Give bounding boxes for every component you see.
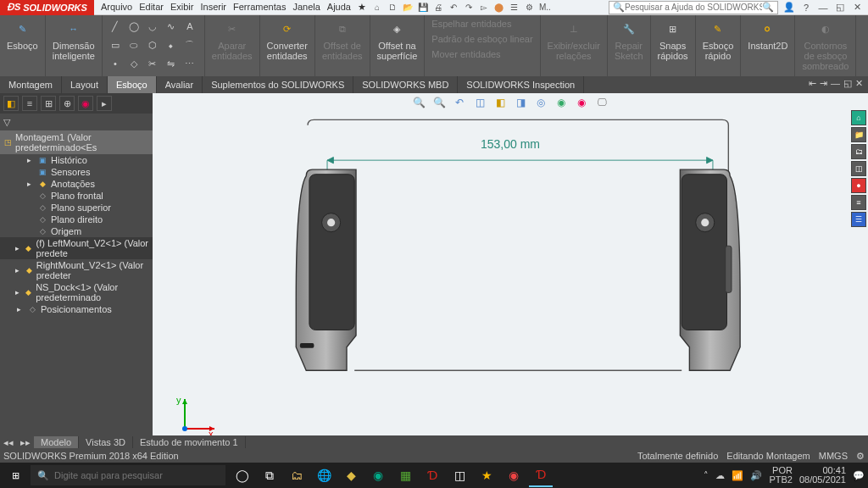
new-icon[interactable]: 🗋 [387, 2, 398, 14]
plane-icon[interactable]: ◇ [126, 56, 142, 71]
tab-motion[interactable]: Estudo de movimento 1 [133, 436, 246, 448]
tree-item[interactable]: ▣Sensores [0, 166, 153, 178]
tree-item[interactable]: ◇Plano superior [0, 202, 153, 214]
undo-icon[interactable]: ↶ [448, 2, 459, 14]
ellipse-icon[interactable]: ⬥ [164, 37, 179, 53]
tray-lang2[interactable]: PTB2 [769, 475, 793, 485]
arc-icon[interactable]: ◡ [145, 19, 160, 34]
menu-pin-icon[interactable]: ★ [358, 2, 366, 13]
tab-avaliar[interactable]: Avaliar [157, 76, 203, 93]
expand-icon[interactable]: ▸ [24, 179, 34, 189]
options-icon[interactable]: ☰ [509, 2, 520, 14]
expand-icon[interactable]: ▸ [14, 243, 21, 253]
circle-icon[interactable]: ◯ [126, 19, 142, 34]
fm-tab-tree-icon[interactable]: ◧ [3, 96, 19, 111]
repair-sketch-button[interactable]: 🔧Repair Sketch [608, 15, 651, 76]
fillet-icon[interactable]: ⌒ [182, 37, 198, 53]
app-icon-1[interactable]: ◆ [339, 463, 363, 487]
tree-item[interactable]: ◇Plano direito [0, 214, 153, 225]
smart-dimension-button[interactable]: ↔ Dimensão inteligente [46, 15, 103, 76]
mirror-icon[interactable]: ⇋ [164, 56, 179, 71]
expand-icon[interactable]: ▸ [14, 265, 21, 275]
menu-editar[interactable]: Editar [139, 2, 164, 13]
close-icon[interactable]: ✕ [851, 2, 863, 14]
tab-montagem[interactable]: Montagem [0, 76, 62, 93]
convert-button[interactable]: ⟳Converter entidades [260, 15, 315, 76]
tree-item[interactable]: ◇Plano frontal [0, 190, 153, 202]
offset-button[interactable]: ⧉Offset de entidades [315, 15, 370, 76]
solidworks-taskbar-icon[interactable]: Ɗ [420, 463, 444, 487]
tab-esboco[interactable]: Esboço [108, 76, 157, 93]
expand-icon[interactable]: ▸ [14, 287, 21, 297]
print-icon[interactable]: 🖨 [432, 2, 444, 14]
tray-wifi-icon[interactable]: 📶 [732, 470, 743, 481]
open-icon[interactable]: 📂 [402, 2, 414, 14]
tab-layout[interactable]: Layout [62, 76, 108, 93]
offset-surface-button[interactable]: ◈Offset na superfície [370, 15, 426, 76]
user-icon[interactable]: 👤 [783, 2, 795, 14]
mirror-entities-button[interactable]: Espelhar entidades [431, 19, 511, 29]
tabs-nav-left-icon[interactable]: ◂◂ [0, 437, 17, 448]
sketch-button[interactable]: ✎ Esboço [0, 15, 46, 76]
tray-notifications-icon[interactable]: 💬 [853, 470, 865, 481]
quick-snaps-button[interactable]: ⊞Snaps rápidos [651, 15, 696, 76]
tree-item[interactable]: ▸◆NS_Dock<1> (Valor predeterminado [0, 281, 153, 303]
scene-icon[interactable]: ◉ [574, 95, 589, 110]
zoom-area-icon[interactable]: 🔍 [431, 95, 447, 110]
restore-icon[interactable]: ◱ [834, 2, 846, 14]
filter-icon[interactable]: ▽ [3, 117, 10, 128]
status-units[interactable]: MMGS [819, 451, 848, 462]
rect-icon[interactable]: ▭ [108, 37, 123, 53]
solidworks-running-icon[interactable]: Ɗ [529, 463, 553, 487]
tab-mbd[interactable]: SOLIDWORKS MBD [353, 76, 458, 93]
expand-icon[interactable]: ▸ [24, 155, 34, 165]
more-icon[interactable]: M.. [539, 2, 551, 14]
start-button[interactable]: ⊞ [0, 463, 31, 488]
redo-icon[interactable]: ↷ [463, 2, 475, 14]
panel-close-icon[interactable]: ✕ [855, 78, 863, 92]
menu-ferramentas[interactable]: Ferramentas [233, 2, 286, 13]
app-icon-5[interactable]: ★ [475, 463, 498, 487]
search-input[interactable] [625, 3, 762, 12]
select-icon[interactable]: ▻ [478, 2, 490, 14]
polygon-icon[interactable]: ⬡ [145, 37, 160, 53]
misc-icon[interactable]: ⋯ [182, 56, 198, 71]
tabs-nav-right-icon[interactable]: ▸▸ [17, 437, 34, 448]
tab-modelo[interactable]: Modelo [34, 436, 79, 448]
prev-view-icon[interactable]: ↶ [452, 95, 467, 110]
feature-tree[interactable]: ◳ Montagem1 (Valor predeterminado<Es ▸▣H… [0, 130, 153, 452]
panel-max-icon[interactable]: ◱ [843, 78, 852, 92]
hide-show-icon[interactable]: ◎ [533, 95, 548, 110]
fm-tab-prop-icon[interactable]: ≡ [22, 96, 37, 111]
cortana-icon[interactable]: ◯ [231, 463, 254, 487]
tray-up-icon[interactable]: ˄ [704, 470, 709, 481]
panel-expand-icon[interactable]: ⇥ [820, 78, 827, 92]
shaded-contours-button[interactable]: ◐Contornos de esboço sombreado [795, 15, 856, 76]
chrome-icon[interactable]: 🌐 [312, 463, 336, 487]
fm-tab-more-icon[interactable]: ▸ [97, 96, 112, 111]
menu-arquivo[interactable]: Arquivo [101, 2, 132, 13]
orientation-triad[interactable]: x y [176, 395, 219, 439]
app-icon-6[interactable]: ◉ [502, 463, 526, 487]
menu-inserir[interactable]: Inserir [200, 2, 226, 13]
move-entities-button[interactable]: Mover entidades [431, 49, 500, 59]
text-icon[interactable]: A [182, 19, 198, 34]
save-icon[interactable]: 💾 [417, 2, 429, 14]
rapid-sketch-button[interactable]: ✎Esboço rápido [696, 15, 742, 76]
rebuild-icon[interactable]: ⬤ [493, 2, 505, 14]
trim-button[interactable]: ✂Aparar entidades [205, 15, 260, 76]
tree-item[interactable]: ▸▣Histórico [0, 154, 153, 166]
fm-tab-appear-icon[interactable]: ◉ [78, 96, 93, 111]
menu-janela[interactable]: Janela [292, 2, 320, 13]
home-icon[interactable]: ⌂ [371, 2, 383, 14]
status-gear-icon[interactable]: ⚙ [856, 451, 865, 462]
expand-icon[interactable]: ▸ [14, 304, 24, 314]
fm-tab-config-icon[interactable]: ⊞ [41, 96, 56, 111]
tray-volume-icon[interactable]: 🔊 [750, 470, 762, 481]
minimize-icon[interactable]: — [817, 2, 829, 14]
tree-item[interactable]: ▸◇Posicionamentos [0, 303, 153, 315]
tree-root[interactable]: ◳ Montagem1 (Valor predeterminado<Es [0, 130, 153, 154]
menu-exibir[interactable]: Exibir [170, 2, 194, 13]
taskbar-search-input[interactable] [54, 470, 219, 480]
tree-item[interactable]: ▸◆RightMount_V2<1> (Valor predeter [0, 259, 153, 281]
